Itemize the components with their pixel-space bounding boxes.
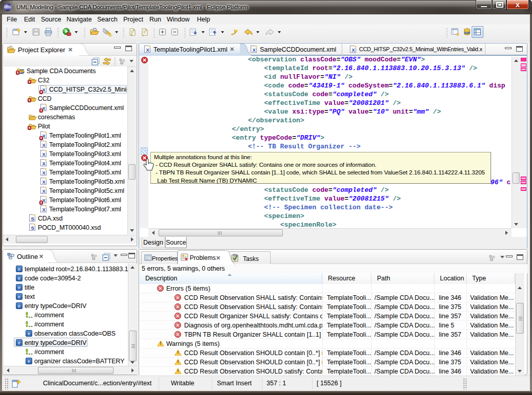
svg-text:SVN: SVN: [465, 32, 469, 34]
